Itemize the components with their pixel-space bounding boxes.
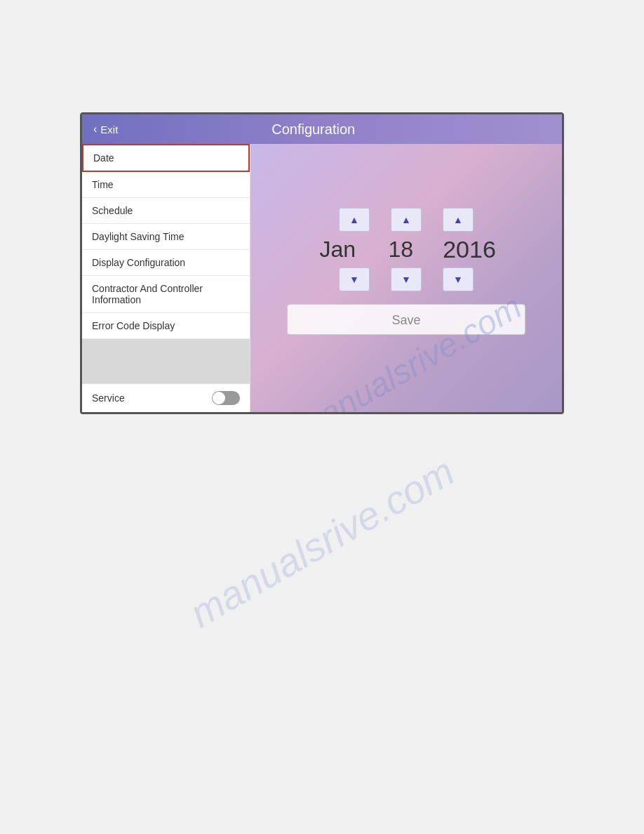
month-col: ▲ <box>339 208 370 232</box>
header-title: Configuration <box>118 121 509 138</box>
year-down-col: ▼ <box>443 267 474 291</box>
header-bar: ‹ Exit Configuration <box>82 114 562 144</box>
day-up-button[interactable]: ▲ <box>391 208 422 232</box>
day-col: ▲ <box>391 208 422 232</box>
sidebar-item-time[interactable]: Time <box>82 172 250 198</box>
day-down-col: ▼ <box>391 267 422 291</box>
exit-label: Exit <box>100 124 118 135</box>
toggle-knob <box>213 392 225 404</box>
year-up-button[interactable]: ▲ <box>443 208 474 232</box>
down-arrows-row: ▼ ▼ ▼ <box>339 267 474 291</box>
sidebar-item-daylight[interactable]: Daylight Saving Time <box>82 224 250 250</box>
sidebar-item-error[interactable]: Error Code Display <box>82 313 250 339</box>
sidebar-item-schedule[interactable]: Schedule <box>82 198 250 224</box>
main-content: Date ◀ Time Schedule Daylight Saving Tim… <box>82 144 562 412</box>
date-values-row: Jan 18 2016 <box>316 236 496 263</box>
sidebar-service-row: Service <box>82 383 250 412</box>
right-panel: ▲ ▲ ▲ Jan 18 2016 <box>250 144 562 412</box>
year-down-button[interactable]: ▼ <box>443 267 474 291</box>
sidebar-item-date[interactable]: Date ◀ <box>82 144 250 172</box>
day-value: 18 <box>380 237 422 263</box>
sidebar-label-error: Error Code Display <box>92 320 175 331</box>
device-frame: ‹ Exit Configuration Date ◀ Time Schedul… <box>80 112 564 414</box>
day-down-button[interactable]: ▼ <box>391 267 422 291</box>
sidebar-spacer <box>82 339 250 383</box>
service-toggle[interactable] <box>212 391 240 405</box>
sidebar-item-display[interactable]: Display Configuration <box>82 250 250 276</box>
date-picker: ▲ ▲ ▲ Jan 18 2016 <box>316 208 496 291</box>
sidebar-item-contractor[interactable]: Contractor And Controller Information <box>82 276 250 313</box>
month-value: Jan <box>316 237 358 263</box>
sidebar-label-daylight: Daylight Saving Time <box>92 231 185 242</box>
exit-button[interactable]: ‹ Exit <box>93 123 118 135</box>
sidebar-label-time: Time <box>92 179 114 190</box>
service-label: Service <box>92 392 125 404</box>
month-down-col: ▼ <box>339 267 370 291</box>
sidebar-label-contractor: Contractor And Controller Information <box>92 283 203 305</box>
up-arrows-row: ▲ ▲ ▲ <box>339 208 474 232</box>
sidebar: Date ◀ Time Schedule Daylight Saving Tim… <box>82 144 250 412</box>
sidebar-label-schedule: Schedule <box>92 205 133 216</box>
month-down-button[interactable]: ▼ <box>339 267 370 291</box>
year-col: ▲ <box>443 208 474 232</box>
sidebar-label-display: Display Configuration <box>92 257 185 268</box>
month-up-button[interactable]: ▲ <box>339 208 370 232</box>
year-value: 2016 <box>443 236 496 263</box>
back-chevron-icon: ‹ <box>93 123 97 135</box>
save-button[interactable]: Save <box>287 304 525 335</box>
sidebar-label-date: Date <box>93 152 114 164</box>
page-watermark: manualsrive.com <box>182 449 462 637</box>
